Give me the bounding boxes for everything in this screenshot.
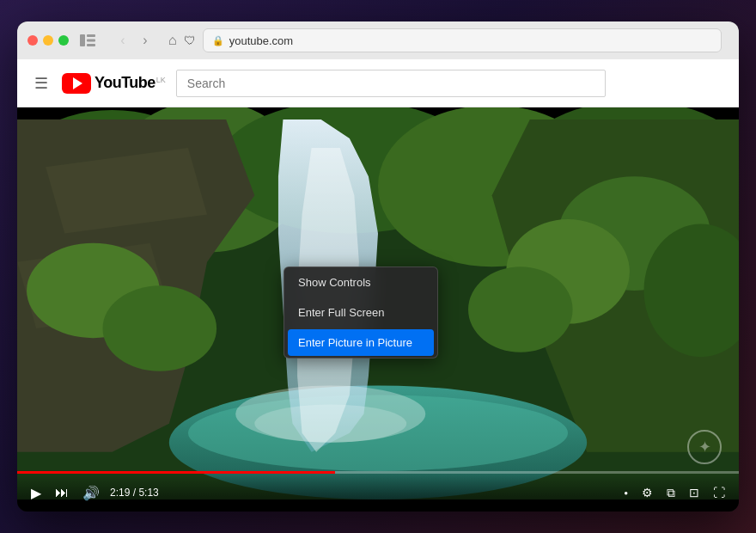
settings-icon: ⚙ — [642, 486, 653, 499]
video-controls: ▶ ⏭ 🔊 2:19 / 5:13 ● ⚙ ⧉ ⊡ — [17, 474, 739, 512]
volume-button[interactable]: 🔊 — [79, 481, 103, 505]
fullscreen-icon: ⛶ — [713, 486, 725, 499]
svg-rect-2 — [87, 40, 95, 42]
nav-buttons: ‹ › — [113, 31, 155, 50]
url-bar[interactable]: 🔒 youtube.com — [203, 28, 722, 52]
context-menu: Show Controls Enter Full Screen Enter Pi… — [284, 266, 438, 358]
watermark-icon: ✦ — [698, 438, 711, 456]
maximize-button[interactable] — [58, 35, 69, 46]
svg-rect-1 — [87, 34, 95, 37]
traffic-lights — [27, 35, 69, 46]
context-menu-pip[interactable]: Enter Picture in Picture — [288, 329, 434, 356]
play-triangle-icon — [73, 77, 82, 89]
home-button[interactable]: ⌂ — [168, 33, 177, 48]
next-button[interactable]: ⏭ — [52, 481, 72, 504]
fullscreen-button[interactable]: ⛶ — [710, 482, 729, 503]
svg-point-18 — [102, 285, 216, 371]
play-icon: ▶ — [31, 485, 41, 501]
back-button[interactable]: ‹ — [113, 31, 132, 50]
pip-button[interactable]: ⊡ — [686, 482, 703, 503]
lock-icon: 🔒 — [212, 35, 224, 46]
play-pause-button[interactable]: ▶ — [27, 481, 45, 505]
close-button[interactable] — [27, 35, 38, 46]
shield-button[interactable]: 🛡 — [184, 34, 196, 47]
svg-rect-0 — [80, 34, 85, 46]
minimize-button[interactable] — [43, 35, 53, 46]
hamburger-icon: ☰ — [34, 75, 48, 92]
url-bar-container: ⌂ 🛡 🔒 youtube.com — [168, 28, 722, 52]
youtube-header: ☰ YouTubeLK — [17, 59, 739, 107]
svg-rect-3 — [87, 44, 95, 46]
youtube-wordmark: YouTube — [94, 74, 155, 91]
context-menu-fullscreen[interactable]: Enter Full Screen — [284, 297, 437, 328]
context-menu-show-controls[interactable]: Show Controls — [284, 267, 437, 297]
current-time: 2:19 — [110, 487, 130, 499]
youtube-icon — [62, 73, 91, 94]
svg-point-20 — [468, 266, 573, 352]
video-container: ▶ ⏭ 🔊 2:19 / 5:13 ● ⚙ ⧉ ⊡ — [17, 107, 739, 512]
svg-point-16 — [254, 405, 406, 443]
hamburger-button[interactable]: ☰ — [31, 70, 52, 96]
quality-button[interactable]: ● — [620, 486, 631, 500]
volume-icon: 🔊 — [82, 485, 100, 501]
settings-button[interactable]: ⚙ — [638, 482, 656, 503]
youtube-logo: YouTubeLK — [62, 73, 166, 94]
time-display: 2:19 / 5:13 — [110, 487, 159, 499]
time-separator: / — [130, 487, 138, 499]
sidebar-toggle-button[interactable] — [76, 31, 100, 50]
pip-icon: ⊡ — [689, 486, 699, 499]
next-icon: ⏭ — [55, 485, 69, 500]
browser-window: ‹ › ⌂ 🛡 🔒 youtube.com ☰ YouTubeLK — [17, 21, 739, 512]
total-time: 5:13 — [138, 487, 158, 499]
miniplayer-icon: ⧉ — [667, 486, 675, 500]
search-input[interactable] — [176, 70, 606, 97]
title-bar: ‹ › ⌂ 🛡 🔒 youtube.com — [17, 21, 739, 59]
logo-text-container: YouTubeLK — [94, 74, 166, 92]
country-code: LK — [156, 76, 166, 84]
url-text: youtube.com — [229, 34, 293, 47]
forward-button[interactable]: › — [136, 31, 155, 50]
miniplayer-button[interactable]: ⧉ — [663, 482, 679, 504]
video-watermark: ✦ — [687, 430, 722, 464]
dot-icon: ● — [624, 489, 628, 497]
